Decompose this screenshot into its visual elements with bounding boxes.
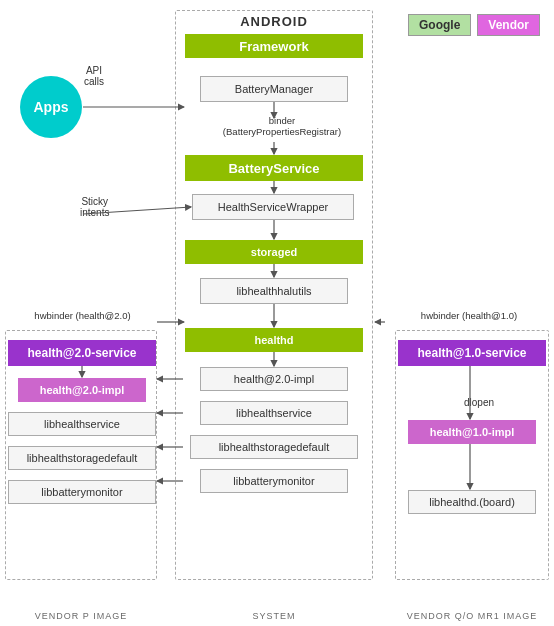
android-label: ANDROID bbox=[175, 14, 373, 29]
health-service-wrapper-box: HealthServiceWrapper bbox=[192, 194, 354, 220]
left-health-service-box: health@2.0-service bbox=[8, 340, 156, 366]
vendor-legend: Vendor bbox=[477, 14, 540, 36]
left-health-impl-box: health@2.0-impl bbox=[18, 378, 146, 402]
battery-service-box: BatteryService bbox=[185, 155, 363, 181]
center-libhealthstoragedefault-box: libhealthstoragedefault bbox=[190, 435, 358, 459]
diagram: Google Vendor ANDROID Apps APIcalls Stic… bbox=[0, 0, 554, 626]
right-health-impl-box: health@1.0-impl bbox=[408, 420, 536, 444]
legend: Google Vendor bbox=[408, 14, 540, 36]
framework-box: Framework bbox=[185, 34, 363, 58]
battery-manager-box: BatteryManager bbox=[200, 76, 348, 102]
right-libhealthd-board-box: libhealthd.(board) bbox=[408, 490, 536, 514]
api-calls-text: APIcalls bbox=[84, 65, 104, 87]
center-libhealthservice-box: libhealthservice bbox=[200, 401, 348, 425]
vendor-q-border bbox=[395, 330, 549, 580]
dlopen-text: dlopen bbox=[464, 397, 494, 408]
right-health-service-box: health@1.0-service bbox=[398, 340, 546, 366]
healthd-box: healthd bbox=[185, 328, 363, 352]
apps-circle: Apps bbox=[20, 76, 82, 138]
storaged-box: storaged bbox=[185, 240, 363, 264]
left-libhealthstoragedefault-box: libhealthstoragedefault bbox=[8, 446, 156, 470]
binder-text: binder(BatteryPropertiesRegistrar) bbox=[212, 115, 352, 137]
libhealthhalutils-box: libhealthhalutils bbox=[200, 278, 348, 304]
sticky-intents-text: Stickyintents bbox=[80, 196, 109, 218]
hwbinder-left-text: hwbinder (health@2.0) bbox=[0, 310, 165, 321]
left-libbatterymonitor-box: libbatterymonitor bbox=[8, 480, 156, 504]
center-libbatterymonitor-box: libbatterymonitor bbox=[200, 469, 348, 493]
vendor-p-label: VENDOR P IMAGE bbox=[5, 611, 157, 621]
left-libhealthservice-box: libhealthservice bbox=[8, 412, 156, 436]
system-label: SYSTEM bbox=[175, 611, 373, 621]
vendor-q-label: VENDOR Q/O MR1 IMAGE bbox=[395, 611, 549, 621]
google-legend: Google bbox=[408, 14, 471, 36]
center-health-impl-box: health@2.0-impl bbox=[200, 367, 348, 391]
hwbinder-right-text: hwbinder (health@1.0) bbox=[384, 310, 554, 321]
